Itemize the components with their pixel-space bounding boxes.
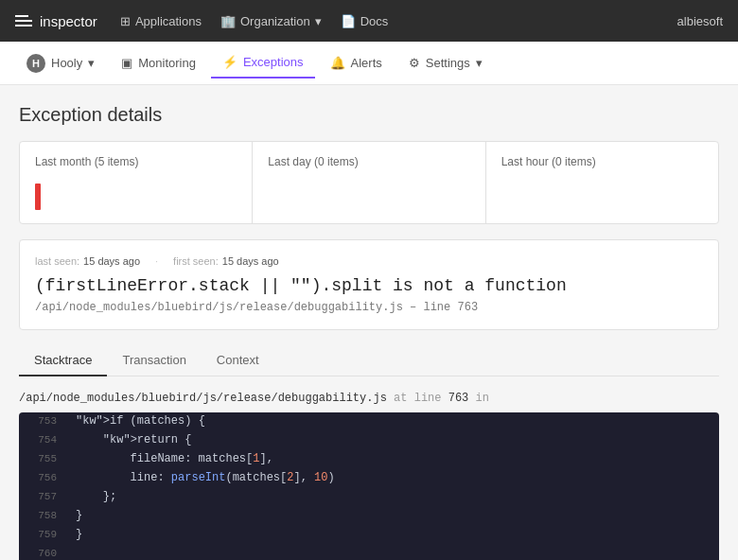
exceptions-icon: ⚡ [222,55,237,69]
line-content: "kw">if (matches) { [68,412,719,430]
code-line: 759} [19,526,719,545]
stat-last-month-chart [35,176,237,210]
line-number: 756 [34,470,68,487]
code-line: 756 line: parseInt(matches[2], 10) [19,469,719,488]
at-line-label: at line [394,392,448,405]
line-content: "kw">return { [68,431,719,449]
docs-icon: 📄 [341,14,356,28]
logo-text: inspector [40,13,97,29]
monitoring-label: Monitoring [138,56,196,70]
exception-card: last seen: 15 days ago · first seen: 15 … [19,239,719,330]
line-number: 754 [34,432,68,449]
stat-last-day: Last day (0 items) [253,142,485,223]
logo-icon [15,15,32,26]
code-block: 753"kw">if (matches) {754 "kw">return {7… [19,412,719,560]
line-number: 758 [34,508,68,525]
code-filename: /api/node_modules/bluebird/js/release/de… [19,392,387,405]
exception-title: (firstLineError.stack || "").split is no… [35,276,703,295]
line-content: } [68,526,719,544]
stat-last-hour: Last hour (0 items) [486,142,718,223]
stat-last-month: Last month (5 items) [20,142,253,223]
line-content: line: parseInt(matches[2], 10) [68,469,719,487]
tab-stacktrace[interactable]: Stacktrace [19,345,107,376]
first-seen: first seen: 15 days ago [173,255,279,267]
first-seen-value: 15 days ago [222,255,279,267]
first-seen-label: first seen: [173,255,219,267]
sub-nav: H Hooly ▾ ▣ Monitoring ⚡ Exceptions 🔔 Al… [0,42,738,85]
app-name: Hooly [51,56,82,70]
user-label: albiesoft [677,14,723,28]
sub-nav-alerts[interactable]: 🔔 Alerts [319,48,394,78]
applications-icon: ⊞ [120,14,131,28]
stat-last-day-chart [268,176,469,210]
code-line-num: 763 [448,392,469,405]
logo[interactable]: inspector [15,13,97,29]
app-chevron-icon: ▾ [88,56,95,70]
stat-last-hour-chart [501,176,703,210]
stats-row: Last month (5 items) Last day (0 items) … [19,141,719,224]
organization-icon: 🏢 [220,14,236,28]
sub-nav-app[interactable]: H Hooly ▾ [15,46,106,80]
code-location: /api/node_modules/bluebird/js/release/de… [19,392,719,405]
nav-items: ⊞ Applications 🏢 Organization ▾ 📄 Docs [120,14,388,28]
stat-last-day-label: Last day (0 items) [268,155,469,168]
alerts-label: Alerts [351,56,382,70]
line-content: } [68,507,719,525]
line-number: 757 [34,489,68,506]
line-number: 755 [34,451,68,468]
settings-chevron-icon: ▾ [476,56,483,70]
sub-nav-exceptions[interactable]: ⚡ Exceptions [211,47,315,79]
sub-nav-monitoring[interactable]: ▣ Monitoring [110,48,207,78]
stat-last-hour-label: Last hour (0 items) [501,155,703,168]
line-number: 759 [34,527,68,544]
organization-label: Organization [240,14,310,28]
code-line: 754 "kw">return { [19,431,719,450]
page-title: Exception details [19,104,719,126]
meta-row: last seen: 15 days ago · first seen: 15 … [35,255,703,267]
nav-item-organization[interactable]: 🏢 Organization ▾ [220,14,322,28]
tab-context[interactable]: Context [202,345,274,376]
line-number: 753 [34,413,68,430]
settings-label: Settings [426,56,470,70]
code-line: 755 fileName: matches[1], [19,450,719,469]
last-seen-value: 15 days ago [83,255,140,267]
last-seen-label: last seen: [35,255,79,267]
top-nav-left: inspector ⊞ Applications 🏢 Organization … [15,13,388,29]
main-content: Exception details Last month (5 items) L… [0,85,738,560]
alerts-icon: 🔔 [330,56,345,70]
monitoring-icon: ▣ [121,56,132,70]
applications-label: Applications [135,14,202,28]
code-line: 757 }; [19,488,719,507]
sub-nav-settings[interactable]: ⚙ Settings ▾ [397,48,494,78]
meta-divider: · [155,255,158,267]
line-content: fileName: matches[1], [68,450,719,468]
tabs: Stacktrace Transaction Context [19,345,719,376]
nav-item-applications[interactable]: ⊞ Applications [120,14,202,28]
docs-label: Docs [360,14,389,28]
app-badge: H [26,54,45,73]
in-label: in [476,392,489,405]
line-content: }; [68,488,719,506]
exceptions-label: Exceptions [243,55,304,69]
line-number: 760 [34,546,68,560]
code-line: 753"kw">if (matches) { [19,412,719,431]
settings-icon: ⚙ [409,56,420,70]
top-nav: inspector ⊞ Applications 🏢 Organization … [0,0,738,42]
tab-transaction[interactable]: Transaction [107,345,201,376]
stat-last-month-label: Last month (5 items) [35,155,237,168]
last-seen: last seen: 15 days ago [35,255,140,267]
org-chevron-icon: ▾ [315,14,322,28]
stat-bar [35,184,41,210]
code-line: 758} [19,507,719,526]
code-line: 760 [19,545,719,560]
exception-path: /api/node_modules/bluebird/js/release/de… [35,301,703,314]
nav-item-docs[interactable]: 📄 Docs [341,14,389,28]
